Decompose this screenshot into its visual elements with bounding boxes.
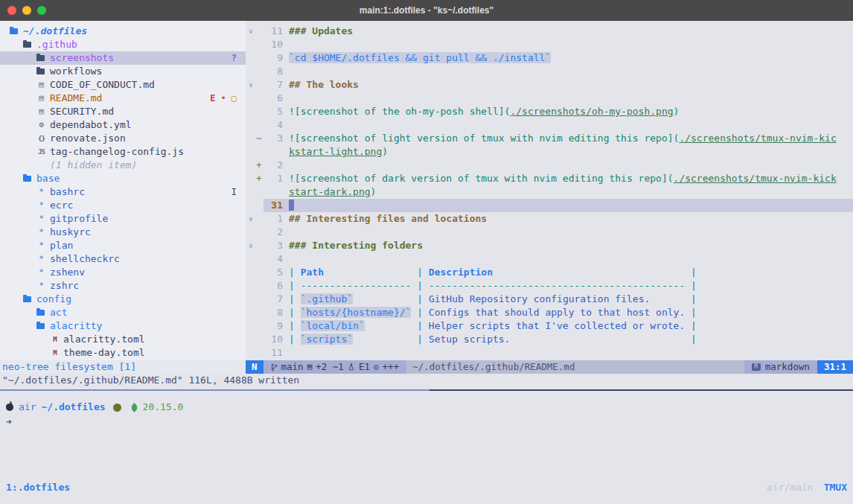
fold-column [246, 306, 256, 319]
tree-item-huskyrc[interactable]: *huskyrc [0, 226, 246, 239]
editor-line-5[interactable]: 5![screenshot of the oh-my-posh shell](.… [246, 105, 853, 118]
line-number: 11 [263, 346, 283, 360]
record-icon: ◎ [374, 360, 379, 374]
tree-item-base[interactable]: base [0, 172, 246, 185]
tree-item-theme-day-toml[interactable]: Mtheme-day.toml [0, 346, 246, 360]
tree-item-act[interactable]: act [0, 306, 246, 319]
tree-item-label: SECURITY.md [50, 105, 114, 118]
tree-item-label: workflows [50, 65, 102, 78]
fold-column [246, 226, 256, 239]
tree-item--1-hidden-item-[interactable]: (1 hidden item) [0, 159, 246, 172]
git-sign-column [256, 306, 263, 319]
tree-item-security-md[interactable]: ▤SECURITY.md [0, 105, 246, 118]
extra-flags: +++ [383, 360, 400, 374]
star-file-icon: * [36, 239, 46, 252]
minimize-button[interactable] [22, 6, 31, 15]
editor-line-8[interactable]: 8 [246, 65, 853, 78]
star-file-icon: * [36, 252, 46, 266]
nvim-pane: ~/.dotfiles.githubscreenshots?workflows▤… [0, 21, 853, 374]
zoom-button[interactable] [37, 6, 46, 15]
editor-line-4[interactable]: 4 [246, 118, 853, 132]
editor-line-2[interactable]: +2 [246, 159, 853, 172]
git-sign-column [256, 319, 263, 333]
editor-line-11[interactable]: 11 [246, 346, 853, 360]
tree-item-renovate-json[interactable]: {}renovate.json [0, 132, 246, 145]
editor-line-1[interactable]: ∨1## Interesting files and locations [246, 212, 853, 226]
tree-item-bashrc[interactable]: *bashrcI [0, 185, 246, 199]
fold-chevron-icon[interactable]: ∨ [246, 212, 256, 226]
tree-item-label: base [36, 172, 60, 185]
tree-item-zshrc[interactable]: *zshrc [0, 279, 246, 293]
tmux-pane-border[interactable] [0, 389, 853, 391]
folder-icon [10, 28, 18, 34]
tree-item-screenshots[interactable]: screenshots? [0, 51, 246, 65]
m-file-icon: M [50, 333, 60, 346]
editor-line-1[interactable]: +1![screenshot of dark version of tmux w… [246, 172, 853, 185]
doc-file-icon: ▤ [36, 92, 46, 105]
editor-line-7[interactable]: ∨7## The looks [246, 78, 853, 92]
editor-lines[interactable]: ∨11### Updates109`cd $HOME/.dotfiles && … [246, 21, 853, 360]
editor-line-3[interactable]: ∨3### Interesting folders [246, 239, 853, 252]
editor-line-wrap[interactable]: kstart-light.png) [246, 145, 853, 159]
editor-line-6[interactable]: 6 [246, 92, 853, 105]
editor-line-9[interactable]: 9`cd $HOME/.dotfiles && git pull && ./in… [246, 51, 853, 65]
editor-line-4[interactable]: 4 [246, 252, 853, 266]
shell-input-line[interactable]: ➜ [0, 415, 853, 429]
tree-item-label: huskyrc [50, 226, 91, 239]
git-sign-column [256, 252, 263, 266]
tree-item-label: alacritty [50, 319, 102, 333]
close-button[interactable] [7, 6, 16, 15]
line-text [283, 92, 289, 105]
editor-line-8[interactable]: 8| `hosts/{hostname}/` | Configs that sh… [246, 306, 853, 319]
fold-column [246, 38, 256, 51]
tree-item-dependabot-yml[interactable]: ⚙dependabot.yml [0, 118, 246, 132]
editor-line-7[interactable]: 7| `.github` | GitHub Repository configu… [246, 293, 853, 306]
tree-item--dotfiles[interactable]: ~/.dotfiles [0, 25, 246, 38]
git-sign-column: + [256, 159, 263, 172]
folder-icon [36, 323, 45, 329]
file-tree: ~/.dotfiles.githubscreenshots?workflows▤… [0, 21, 246, 360]
vim-message-line: "~/.dotfiles/.github/README.md" 116L, 44… [0, 374, 853, 387]
apple-icon [6, 403, 13, 411]
editor-line-31[interactable]: 31 [246, 199, 853, 212]
tree-item-code-of-conduct-md[interactable]: ▤CODE_OF_CONDUCT.md [0, 78, 246, 92]
tree-item-config[interactable]: config [0, 293, 246, 306]
tree-item-shellcheckrc[interactable]: *shellcheckrc [0, 252, 246, 266]
tree-item-label: shellcheckrc [50, 252, 120, 266]
tree-item-label: plan [50, 239, 73, 252]
editor-line-10[interactable]: 10 [246, 38, 853, 51]
tree-item-plan[interactable]: *plan [0, 239, 246, 252]
editor-line-11[interactable]: ∨11### Updates [246, 25, 853, 38]
tree-item-ecrc[interactable]: *ecrc [0, 199, 246, 212]
star-file-icon: * [36, 226, 46, 239]
tmux-window-tab[interactable]: 1:.dotfiles [6, 482, 70, 493]
tree-item-marks: E•▢ [210, 92, 237, 105]
tree-item--github[interactable]: .github [0, 38, 246, 51]
git-segment: main ▤+2 ~1 E1 ◎+++ [263, 360, 407, 374]
editor-line-2[interactable]: 2 [246, 226, 853, 239]
git-sign-column [256, 185, 263, 199]
tree-item-gitprofile[interactable]: *gitprofile [0, 212, 246, 226]
tree-item-workflows[interactable]: workflows [0, 65, 246, 78]
line-number: 1 [263, 212, 283, 226]
tree-item-alacritty-toml[interactable]: Malacritty.toml [0, 333, 246, 346]
tree-item-alacritty[interactable]: alacritty [0, 319, 246, 333]
line-number: 6 [263, 279, 283, 293]
fold-chevron-icon[interactable]: ∨ [246, 25, 256, 38]
editor-line-3[interactable]: ~3![screenshot of light version of tmux … [246, 132, 853, 145]
tmux-session-name: air/main [767, 482, 814, 493]
tree-item-zshenv[interactable]: *zshenv [0, 266, 246, 279]
shell-pane[interactable]: air ~/.dotfiles 20.15.0 ➜ [0, 399, 853, 429]
fold-chevron-icon[interactable]: ∨ [246, 239, 256, 252]
line-number: 6 [263, 92, 283, 105]
editor-line-5[interactable]: 5| Path | Description | [246, 266, 853, 279]
editor-line-wrap[interactable]: start-dark.png) [246, 185, 853, 199]
status-mark: ▢ [231, 92, 237, 105]
editor-line-6[interactable]: 6| ------------------- | ---------------… [246, 279, 853, 293]
editor-line-9[interactable]: 9| `local/bin` | Helper scripts that I'v… [246, 319, 853, 333]
tree-item-readme-md[interactable]: ▤README.mdE•▢ [0, 92, 246, 105]
editor-line-10[interactable]: 10| `scripts` | Setup scripts. | [246, 333, 853, 346]
tree-item-label: config [36, 293, 71, 306]
fold-chevron-icon[interactable]: ∨ [246, 78, 256, 92]
tree-item-tag-changelog-config-js[interactable]: JStag-changelog-config.js [0, 145, 246, 159]
